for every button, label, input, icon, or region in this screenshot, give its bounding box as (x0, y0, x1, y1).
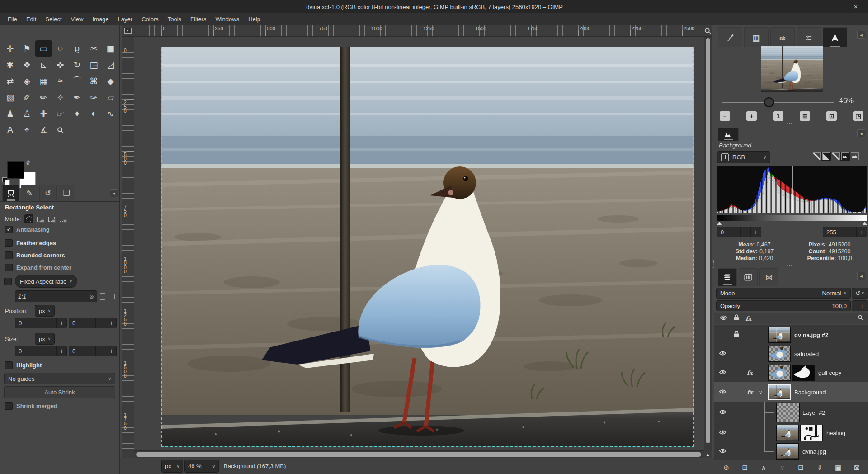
tool-smudge[interactable]: ☞ (52, 105, 69, 122)
menu-layer[interactable]: Layer (113, 14, 137, 24)
opacity-steppers[interactable]: −+ (852, 300, 868, 311)
fixed-checkbox[interactable] (4, 278, 12, 285)
checkbox-checked[interactable]: ✔ (5, 226, 13, 233)
tool-select-by-color[interactable]: ❖ (19, 57, 35, 73)
tool-3d-transform[interactable]: ◈ (19, 73, 35, 89)
layer-opacity-row[interactable]: Opacity 100,0 (716, 300, 851, 311)
foreground-color-swatch[interactable] (8, 162, 24, 178)
tool-heal[interactable]: ✚ (35, 105, 52, 122)
visibility-toggle-icon[interactable] (719, 429, 728, 437)
layer-thumbnail[interactable] (776, 403, 800, 422)
canvas-viewport[interactable] (134, 37, 704, 450)
checkbox-unchecked[interactable] (5, 264, 13, 271)
right-dock-collapse-icon[interactable]: ◂ (857, 31, 865, 39)
mode-subtract-button[interactable] (47, 214, 56, 223)
image-menu-button[interactable]: ▸ (122, 25, 134, 37)
histogram-compact-button[interactable] (841, 152, 849, 160)
canvas-image[interactable] (161, 47, 694, 446)
swap-colors-icon[interactable]: ⇄ (24, 158, 32, 166)
portrait-icon[interactable] (100, 293, 105, 300)
histogram-low-marker[interactable] (717, 222, 722, 225)
tool-perspective-clone[interactable]: ♙ (19, 105, 35, 122)
layer-thumbnail[interactable] (776, 425, 799, 441)
zoom-slider-track[interactable] (722, 102, 834, 103)
size-width-spinner[interactable]: 0−+ (15, 346, 67, 356)
position-x-spinner[interactable]: 0−+ (15, 318, 67, 328)
layers-collapse-icon[interactable]: ◂ (857, 272, 865, 280)
horizontal-ruler[interactable]: 02505007501000125015001750200022502500 (134, 25, 704, 37)
layer-row-saturated[interactable]: saturated (714, 344, 868, 363)
tool-free-select[interactable]: ϱ (69, 40, 85, 57)
layer-fx-icon[interactable]: fx (747, 370, 753, 376)
close-window-button[interactable]: × (851, 2, 860, 11)
delete-layer-button[interactable]: ⊠ (851, 464, 863, 472)
layers-tab[interactable] (718, 268, 737, 286)
tool-shear[interactable]: ◿ (102, 57, 119, 73)
fx-header-icon[interactable]: fx (745, 315, 751, 322)
brushes-tab[interactable] (718, 27, 742, 47)
layer-thumbnail[interactable] (768, 346, 791, 362)
new-group-button[interactable]: ⊞ (739, 464, 751, 472)
tab-undo-history[interactable]: ↺ (39, 185, 57, 201)
tab-device-status[interactable]: ✎ (21, 185, 38, 201)
menu-help[interactable]: Help (244, 14, 265, 24)
navigation-tab[interactable] (823, 27, 847, 47)
fit-window-to-image-button[interactable]: ⊡ (826, 111, 837, 121)
histogram-log-button[interactable] (822, 152, 830, 160)
tool-move[interactable]: ✛ (2, 40, 19, 57)
tool-ellipse-select[interactable]: ◌ (52, 40, 69, 57)
visibility-toggle-icon[interactable] (719, 350, 728, 358)
layer-thumbnail[interactable] (768, 384, 791, 400)
channels-tab[interactable] (739, 268, 758, 286)
layer-mask-thumbnail[interactable] (800, 425, 823, 441)
vertical-ruler[interactable]: 02505007501000125015001750 (122, 37, 134, 450)
tool-pencil[interactable]: ✏ (35, 89, 52, 105)
layer-row-background[interactable]: fx∨Background (714, 382, 868, 402)
histogram-collapse-icon[interactable]: ◂ (857, 129, 865, 137)
tool-gradient[interactable]: ▧ (2, 89, 19, 105)
menu-colors[interactable]: Colors (137, 14, 163, 24)
tool-zoom[interactable] (52, 122, 69, 138)
duplicate-layer-button[interactable]: ⊡ (795, 464, 807, 472)
title-bar[interactable]: dvina.xcf-1.0 (RGB color 8-bit non-linea… (0, 0, 868, 13)
menu-filters[interactable]: Filters (186, 14, 211, 24)
layer-row-healing[interactable]: healing (714, 423, 868, 443)
merge-down-button[interactable]: ⇓ (814, 464, 826, 472)
tool-bucket-fill[interactable]: ◆ (102, 73, 119, 89)
tab-images[interactable]: ❐ (58, 185, 75, 201)
mode-replace-button[interactable] (24, 214, 33, 223)
quick-mask-toggle[interactable] (122, 450, 134, 458)
guides-dropdown[interactable]: No guides∨ (4, 373, 115, 384)
default-colors-icon[interactable] (2, 177, 9, 185)
histogram-tab[interactable] (718, 128, 739, 141)
tool-scissors-select[interactable]: ✂ (85, 40, 102, 57)
histogram-high-spinner[interactable]: 255−+ (823, 227, 867, 237)
visibility-header-icon[interactable] (720, 314, 727, 322)
layer-search-icon[interactable] (857, 314, 863, 322)
tool-measure[interactable]: ∡ (35, 122, 52, 138)
tool-color-picker[interactable]: ⌖ (19, 122, 35, 138)
lock-header-icon[interactable] (734, 314, 739, 322)
position-y-spinner[interactable]: 0−+ (69, 318, 117, 328)
mode-intersect-button[interactable] (58, 214, 67, 223)
toolbox-collapse-icon[interactable]: ◂ (110, 189, 118, 197)
status-zoom-dropdown[interactable]: 46 %∨ (184, 460, 219, 473)
tool-eraser[interactable]: ▱ (102, 89, 119, 105)
vertical-scrollbar-thumb[interactable] (706, 38, 710, 443)
tool-perspective[interactable]: ▦ (35, 73, 52, 89)
tool-handle-transform[interactable]: ⌘ (85, 73, 102, 89)
zoom-1-1-button[interactable]: 1 (773, 111, 783, 121)
tool-ink[interactable]: ✒ (69, 89, 85, 105)
horizontal-scrollbar[interactable] (134, 450, 704, 458)
new-layer-button[interactable]: ⊕ (721, 464, 732, 472)
clear-input-icon[interactable]: ⊗ (89, 293, 94, 300)
zoom-out-button[interactable]: − (720, 111, 730, 121)
shrink-merged-checkbox[interactable] (5, 402, 13, 410)
layer-thumbnail[interactable] (768, 327, 791, 343)
layer-row-gull-copy[interactable]: fxgull copy (714, 363, 868, 382)
horizontal-scrollbar-thumb[interactable] (136, 452, 701, 457)
tool-cage-transform[interactable]: ⌒ (69, 73, 85, 89)
checkbox-unchecked[interactable] (5, 251, 13, 259)
tab-tool-options[interactable] (2, 185, 19, 201)
tool-unified-transform[interactable]: ✜ (52, 57, 69, 73)
